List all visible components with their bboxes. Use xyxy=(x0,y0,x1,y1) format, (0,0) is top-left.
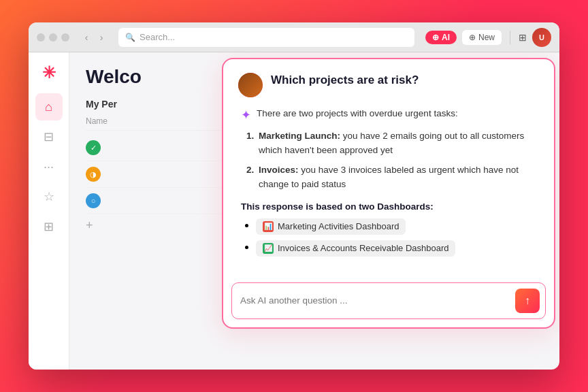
sidebar: ✳ ⌂ ⊟ ··· ☆ ⊞ xyxy=(29,52,69,370)
ai-icon: ⊕ xyxy=(432,33,439,42)
row-status-icon-3: ○ xyxy=(86,193,101,208)
divider xyxy=(510,31,510,44)
row-status-icon-1: ✓ xyxy=(86,140,101,155)
address-bar[interactable]: 🔍 Search... xyxy=(118,28,414,47)
sparkle-header: ✦ There are two projects with overdue ur… xyxy=(241,107,536,122)
sidebar-item-messages[interactable]: ··· xyxy=(35,153,63,180)
dashboard-1-label: Marketing Activities Dashboard xyxy=(278,221,399,231)
row-status-icon-2: ◑ xyxy=(86,167,101,182)
ai-input-container: ↑ xyxy=(231,282,546,319)
ai-input[interactable] xyxy=(240,295,515,306)
sidebar-item-favorites[interactable]: ☆ xyxy=(35,183,63,210)
col-name: Name xyxy=(86,116,108,126)
ai-send-button[interactable]: ↑ xyxy=(515,289,540,313)
avatar xyxy=(238,73,263,97)
traffic-lights xyxy=(37,33,69,42)
home-icon: ⌂ xyxy=(45,100,52,114)
dashboard-2-label: Invoices & Accounts Receivable Dashboard xyxy=(278,243,448,253)
item-1-bold: Marketing Launch: xyxy=(259,131,340,141)
ai-question-title: Which projects are at risk? xyxy=(271,73,419,88)
browser-window: ‹ › 🔍 Search... ⊕ AI ⊕ New ⊞ U ✳ ⌂ xyxy=(29,22,559,370)
app-content: ✳ ⌂ ⊟ ··· ☆ ⊞ Welco My Per Name xyxy=(29,52,559,370)
traffic-light-minimize[interactable] xyxy=(49,33,57,42)
dashboard-chip-1[interactable]: 📊 Marketing Activities Dashboard xyxy=(256,218,406,235)
ai-panel-body: Which projects are at risk? ✦ There are … xyxy=(223,59,554,280)
chart-bar-icon: 📊 xyxy=(263,221,274,232)
main-content: Welco My Per Name ✓ ◑ ○ + xyxy=(69,52,559,370)
ai-panel: Which projects are at risk? ✦ There are … xyxy=(222,58,555,329)
dashboard-item-1: 📊 Marketing Activities Dashboard xyxy=(256,218,536,235)
intro-text: There are two projects with overdue urge… xyxy=(257,107,458,120)
sidebar-logo: ✳ xyxy=(37,61,61,85)
sparkle-icon: ✦ xyxy=(241,108,251,122)
inbox-icon: ⊟ xyxy=(44,129,54,144)
search-icon: 🔍 xyxy=(125,33,135,42)
new-icon: ⊕ xyxy=(469,33,476,42)
dashboard-item-2: 📈 Invoices & Accounts Receivable Dashboa… xyxy=(256,240,536,257)
dashboard-chip-2[interactable]: 📈 Invoices & Accounts Receivable Dashboa… xyxy=(256,240,455,257)
ai-question-header: Which projects are at risk? xyxy=(238,73,539,97)
logo-icon: ✳ xyxy=(42,63,56,82)
back-button[interactable]: ‹ xyxy=(80,31,93,44)
item-2-bold: Invoices: xyxy=(259,165,299,175)
ai-response: ✦ There are two projects with overdue ur… xyxy=(238,107,539,257)
sidebar-item-inbox[interactable]: ⊟ xyxy=(35,123,63,150)
ai-badge[interactable]: ⊕ AI xyxy=(425,31,457,44)
based-on-text: This response is based on two Dashboards… xyxy=(241,201,536,212)
nav-arrows: ‹ › xyxy=(80,31,108,44)
apps-icon: ⊞ xyxy=(44,219,54,234)
list-item-2: Invoices: you have 3 invoices labeled as… xyxy=(246,163,536,192)
traffic-light-maximize[interactable] xyxy=(61,33,69,42)
traffic-light-close[interactable] xyxy=(37,33,45,42)
new-button[interactable]: ⊕ New xyxy=(462,30,502,45)
sidebar-item-apps[interactable]: ⊞ xyxy=(35,213,63,240)
forward-button[interactable]: › xyxy=(95,31,108,44)
risk-list: Marketing Launch: you have 2 emails goin… xyxy=(241,129,536,192)
sidebar-item-home[interactable]: ⌂ xyxy=(35,93,63,120)
messages-icon: ··· xyxy=(44,160,54,174)
search-text: Search... xyxy=(140,32,175,42)
send-icon: ↑ xyxy=(525,295,530,307)
chart-line-icon: 📈 xyxy=(263,243,274,254)
dashboard-list: 📊 Marketing Activities Dashboard 📈 Invoi… xyxy=(241,218,536,257)
browser-chrome: ‹ › 🔍 Search... ⊕ AI ⊕ New ⊞ U xyxy=(29,22,559,52)
grid-icon[interactable]: ⊞ xyxy=(519,32,527,43)
user-avatar-chrome[interactable]: U xyxy=(532,28,551,47)
new-label: New xyxy=(478,33,495,42)
star-icon: ☆ xyxy=(44,189,54,204)
ai-label: AI xyxy=(442,33,450,42)
list-item-1: Marketing Launch: you have 2 emails goin… xyxy=(246,129,536,158)
